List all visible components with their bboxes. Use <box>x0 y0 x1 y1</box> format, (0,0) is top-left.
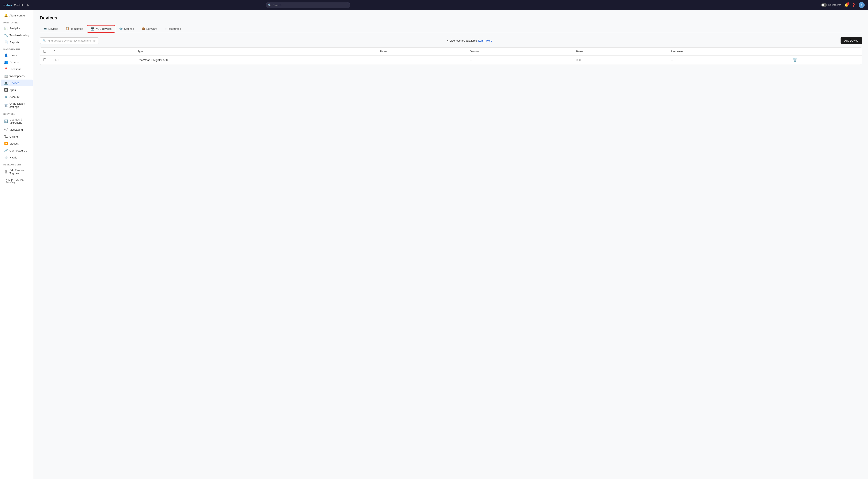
sidebar-item-workspaces[interactable]: 🏢 Workspaces <box>1 72 33 79</box>
search-wrap: 🔍 <box>266 2 350 8</box>
theme-toggle-pill[interactable] <box>821 3 827 7</box>
licence-count: 4 <box>447 39 448 42</box>
devices-table: ID Type Name Version Status Last seen KI… <box>40 48 862 65</box>
tab-settings-label: Settings <box>124 27 134 30</box>
sidebar-item-vidcast[interactable]: ▶️ Vidcast <box>1 140 33 147</box>
sidebar-item-troubleshooting[interactable]: 🔧 Troubleshooting <box>1 32 33 39</box>
sidebar-item-alerts-centre[interactable]: 🔔 Alerts centre <box>1 12 33 19</box>
sidebar-item-label: Workspaces <box>9 74 25 78</box>
device-search-icon: 🔍 <box>42 39 46 42</box>
sidebar-item-label: Groups <box>9 61 19 64</box>
sidebar-item-label: Connected UC <box>9 149 27 152</box>
notifications-icon[interactable]: 🔔 1 <box>844 3 848 7</box>
main-content: Devices 💻 Devices 📋 Templates 🖥️ XOD dev… <box>34 10 868 479</box>
sidebar-item-label: Users <box>9 54 17 57</box>
reports-icon: 📄 <box>4 40 8 44</box>
help-icon[interactable]: ❓ <box>851 3 856 7</box>
bell-icon: 🔔 <box>4 14 8 17</box>
control-hub-label: Control Hub <box>14 4 29 7</box>
add-device-button[interactable]: Add Device <box>841 37 862 44</box>
vidcast-icon: ▶️ <box>4 142 8 145</box>
row-checkbox[interactable] <box>43 59 46 61</box>
col-name: Name <box>377 48 467 56</box>
sidebar-item-label: Apps <box>9 88 16 92</box>
avatar[interactable]: X <box>859 2 865 8</box>
table-row: KIR1 RealWear Navigator 520 -- Trial -- … <box>40 56 862 65</box>
tab-resources[interactable]: ≡ Resources <box>161 25 185 33</box>
sidebar-item-label: Troubleshooting <box>9 34 29 37</box>
groups-icon: 👥 <box>4 60 8 64</box>
toolbar-row: 🔍 4 Licences are available Learn More Ad… <box>40 37 862 44</box>
global-search-input[interactable] <box>266 2 350 8</box>
row-id: KIR1 <box>50 56 134 65</box>
calling-icon: 📞 <box>4 135 8 138</box>
apps-icon: 🔲 <box>4 88 8 92</box>
tab-settings[interactable]: ⚙️ Settings <box>115 25 137 33</box>
col-last-seen: Last seen <box>668 48 789 56</box>
sidebar-section-development: DEVELOPMENT <box>0 161 34 167</box>
connected-uc-icon: 🔗 <box>4 149 8 152</box>
tab-software-label: Software <box>146 27 157 30</box>
tab-devices[interactable]: 💻 Devices <box>40 25 62 33</box>
sidebar-item-label: Hybrid <box>9 156 18 159</box>
tab-resources-icon: ≡ <box>165 27 166 30</box>
sidebar-item-hybrid[interactable]: ☁️ Hybrid <box>1 154 33 161</box>
sidebar-item-devices[interactable]: 💻 Devices <box>1 79 33 86</box>
sidebar-item-label: Reports <box>9 41 19 44</box>
workspaces-icon: 🏢 <box>4 74 8 78</box>
tab-templates-label: Templates <box>70 27 83 30</box>
sidebar-item-account[interactable]: ⚙️ Account <box>1 94 33 100</box>
sidebar-item-analytics[interactable]: 📊 Analytics <box>1 25 33 32</box>
sidebar-item-users[interactable]: 👤 Users <box>1 52 33 59</box>
sidebar-item-apps[interactable]: 🔲 Apps <box>1 87 33 93</box>
sidebar-item-label: XoD-INT-US-Trial-Test-Org <box>6 179 29 184</box>
messaging-icon: 💬 <box>4 128 8 131</box>
hybrid-icon: ☁️ <box>4 156 8 159</box>
sidebar-item-calling[interactable]: 📞 Calling <box>1 133 33 140</box>
tab-templates[interactable]: 📋 Templates <box>62 25 87 33</box>
col-actions <box>789 48 862 56</box>
delete-icon[interactable]: 🗑️ <box>793 58 797 62</box>
sidebar-item-connected-uc[interactable]: 🔗 Connected UC <box>1 147 33 154</box>
feature-toggles-icon: 🎚️ <box>4 170 8 173</box>
sidebar-item-reports[interactable]: 📄 Reports <box>1 39 33 45</box>
row-status: Trial <box>572 56 668 65</box>
layout: 🔔 Alerts centre MONITORING 📊 Analytics 🔧… <box>0 10 868 479</box>
theme-label: Dark theme <box>828 4 841 6</box>
brand: webex Control Hub <box>3 4 29 7</box>
sidebar-item-label: Organisation settings <box>9 102 29 108</box>
notification-badge: 1 <box>847 2 849 5</box>
row-version: -- <box>467 56 572 65</box>
users-icon: 👤 <box>4 53 8 57</box>
analytics-icon: 📊 <box>4 27 8 30</box>
tab-xod-label: XOD devices <box>96 27 112 30</box>
theme-toggle[interactable]: Dark theme <box>821 3 841 7</box>
row-name <box>377 56 467 65</box>
devices-table-wrap: ID Type Name Version Status Last seen KI… <box>40 47 862 65</box>
sidebar-item-updates[interactable]: 🔄 Updates & Migrations <box>1 116 33 126</box>
page-title: Devices <box>40 15 862 21</box>
sidebar-item-messaging[interactable]: 💬 Messaging <box>1 126 33 133</box>
sidebar: 🔔 Alerts centre MONITORING 📊 Analytics 🔧… <box>0 10 34 479</box>
device-search-input[interactable] <box>48 39 96 42</box>
learn-more-link[interactable]: Learn More <box>478 39 492 42</box>
sidebar-item-label: Calling <box>9 135 18 138</box>
sidebar-item-label: Messaging <box>9 128 23 131</box>
licence-label: Licences are available <box>450 39 477 42</box>
table-body: KIR1 RealWear Navigator 520 -- Trial -- … <box>40 56 862 65</box>
webex-logo: webex <box>3 4 12 7</box>
sidebar-item-org-name[interactable]: XoD-INT-US-Trial-Test-Org <box>1 177 33 185</box>
sidebar-item-label: Alerts centre <box>9 14 25 17</box>
tab-xod-devices[interactable]: 🖥️ XOD devices <box>87 25 116 33</box>
theme-toggle-dot <box>822 4 824 6</box>
sidebar-item-org-settings[interactable]: 🏛️ Organisation settings <box>1 100 33 110</box>
col-status: Status <box>572 48 668 56</box>
tab-software[interactable]: 📦 Software <box>137 25 161 33</box>
tabs: 💻 Devices 📋 Templates 🖥️ XOD devices ⚙️ … <box>40 25 862 33</box>
sidebar-item-feature-toggles[interactable]: 🎚️ Edit Feature Toggles <box>1 167 33 177</box>
tab-devices-icon: 💻 <box>43 27 47 30</box>
sidebar-item-label: Locations <box>9 67 21 71</box>
select-all-checkbox[interactable] <box>43 50 46 53</box>
sidebar-item-locations[interactable]: 📍 Locations <box>1 66 33 72</box>
sidebar-item-groups[interactable]: 👥 Groups <box>1 59 33 65</box>
